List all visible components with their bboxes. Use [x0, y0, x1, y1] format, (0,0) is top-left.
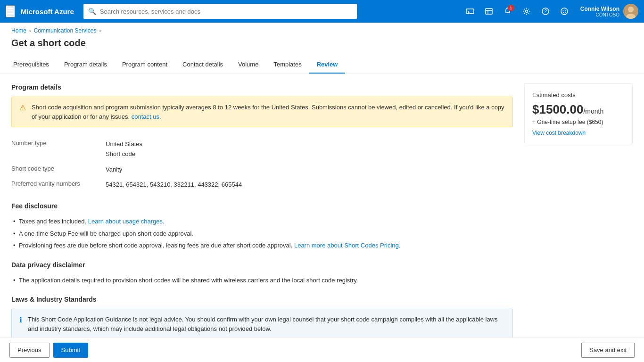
svg-text:?: ?: [544, 9, 547, 14]
detail-value-2: 54321, 654321, 543210, 332211, 443322, 6…: [106, 180, 242, 190]
directory-button[interactable]: [480, 3, 497, 20]
notification-badge: 1: [508, 5, 514, 11]
user-info: Connie Wilson CONTOSO: [580, 6, 619, 17]
breadcrumb-service[interactable]: Communication Services: [34, 27, 97, 34]
details-table: Number type United StatesShort code Shor…: [11, 137, 513, 193]
fee-list: Taxes and fees included. Learn about usa…: [11, 215, 513, 252]
laws-heading: Laws & Industry Standards: [11, 296, 513, 303]
svg-rect-2: [486, 8, 492, 14]
cost-panel-container: Estimated costs $1500.00/month + One-tim…: [524, 83, 633, 349]
feedback-button[interactable]: [556, 3, 573, 20]
warning-icon: ⚠: [19, 103, 26, 112]
breadcrumb-sep-2: ›: [99, 28, 101, 33]
tab-program-details[interactable]: Program details: [57, 56, 115, 74]
save-exit-button[interactable]: Save and exit: [581, 343, 635, 358]
detail-row-0: Number type United StatesShort code: [11, 137, 513, 162]
fee-text-0: Taxes and fees included.: [19, 218, 88, 225]
program-details-section: Program details ⚠ Short code acquisition…: [11, 83, 513, 193]
cost-panel-title: Estimated costs: [532, 91, 625, 99]
search-bar: 🔍: [83, 4, 357, 19]
svg-rect-0: [466, 9, 474, 14]
detail-row-1: Short code type Vanity: [11, 162, 513, 178]
breadcrumb-sep-1: ›: [29, 28, 31, 33]
tab-review[interactable]: Review: [309, 56, 346, 74]
settings-button[interactable]: [518, 3, 535, 20]
top-nav: ☰ Microsoft Azure 🔍 1 ? Connie Wilson CO…: [0, 0, 644, 23]
detail-value-1: Vanity: [106, 165, 122, 175]
cost-period: /month: [583, 107, 603, 115]
user-org: CONTOSO: [580, 12, 619, 17]
svg-point-14: [628, 7, 634, 12]
page-title: Get a short code: [0, 36, 644, 56]
warning-message: Short code acquisition and program submi…: [32, 104, 504, 120]
detail-value-0: United StatesShort code: [106, 140, 142, 159]
tabs-bar: Prerequisites Program details Program co…: [0, 56, 644, 74]
content-left: Program details ⚠ Short code acquisition…: [11, 83, 513, 349]
user-section[interactable]: Connie Wilson CONTOSO: [580, 4, 638, 19]
info-icon: ℹ: [19, 315, 22, 324]
fee-disclosure-section: Fee disclosure Taxes and fees included. …: [11, 202, 513, 252]
fee-item-0: Taxes and fees included. Learn about usa…: [11, 215, 513, 228]
short-codes-pricing-link[interactable]: Learn more about Short Codes Pricing.: [294, 242, 400, 249]
search-icon: 🔍: [88, 8, 96, 15]
avatar: [623, 4, 638, 19]
hamburger-button[interactable]: ☰: [6, 5, 15, 17]
azure-logo: Microsoft Azure: [21, 8, 74, 16]
contact-us-link[interactable]: contact us.: [132, 113, 161, 120]
svg-point-12: [565, 10, 566, 11]
submit-button[interactable]: Submit: [53, 343, 88, 358]
program-details-heading: Program details: [11, 83, 513, 91]
tab-templates[interactable]: Templates: [266, 56, 309, 74]
info-banner: ℹ This Short Code Application Guidance i…: [11, 309, 513, 339]
usage-charges-link[interactable]: Learn about usage charges.: [88, 218, 165, 225]
tab-prerequisites[interactable]: Prerequisites: [11, 56, 57, 74]
svg-point-10: [561, 8, 568, 15]
cloud-shell-button[interactable]: [462, 3, 479, 20]
svg-point-11: [562, 10, 563, 11]
detail-row-2: Preferred vanity numbers 54321, 654321, …: [11, 177, 513, 193]
fee-disclosure-heading: Fee disclosure: [11, 202, 513, 210]
tab-volume[interactable]: Volume: [231, 56, 266, 74]
user-name: Connie Wilson: [580, 6, 619, 12]
privacy-list: The application details required to prov…: [11, 274, 513, 287]
notifications-button[interactable]: 1: [499, 3, 516, 20]
fee-item-2: Provisioning fees are due before short c…: [11, 239, 513, 252]
search-input[interactable]: [100, 8, 352, 15]
warning-text: Short code acquisition and program submi…: [32, 103, 505, 121]
laws-section: Laws & Industry Standards ℹ This Short C…: [11, 296, 513, 339]
help-button[interactable]: ?: [537, 3, 554, 20]
cost-amount: $1500.00: [532, 102, 583, 116]
fee-text-2: Provisioning fees are due before short c…: [19, 242, 294, 249]
warning-banner: ⚠ Short code acquisition and program sub…: [11, 97, 513, 127]
data-privacy-section: Data privacy disclaimer The application …: [11, 261, 513, 287]
tab-program-content[interactable]: Program content: [115, 56, 175, 74]
laws-info-text: This Short Code Application Guidance is …: [28, 315, 505, 333]
detail-label-1: Short code type: [11, 165, 106, 172]
detail-label-0: Number type: [11, 140, 106, 147]
top-nav-icons: 1 ?: [462, 3, 573, 20]
main-content: Program details ⚠ Short code acquisition…: [0, 74, 644, 358]
view-cost-breakdown-link[interactable]: View cost breakdown: [532, 130, 586, 136]
tab-contact-details[interactable]: Contact details: [175, 56, 231, 74]
cost-amount-line: $1500.00/month: [532, 102, 625, 117]
breadcrumb: Home › Communication Services ›: [0, 23, 644, 36]
detail-label-2: Preferred vanity numbers: [11, 180, 106, 187]
cost-panel: Estimated costs $1500.00/month + One-tim…: [524, 83, 633, 144]
previous-button[interactable]: Previous: [9, 343, 50, 358]
data-privacy-heading: Data privacy disclaimer: [11, 261, 513, 269]
fee-item-1: A one-time Setup Fee will be charged upo…: [11, 228, 513, 240]
privacy-item-0: The application details required to prov…: [11, 274, 513, 287]
svg-point-7: [525, 10, 528, 13]
cost-setup-fee: + One-time setup fee ($650): [532, 119, 625, 125]
bottom-bar: Previous Submit Save and exit: [0, 337, 644, 362]
breadcrumb-home[interactable]: Home: [11, 27, 26, 34]
